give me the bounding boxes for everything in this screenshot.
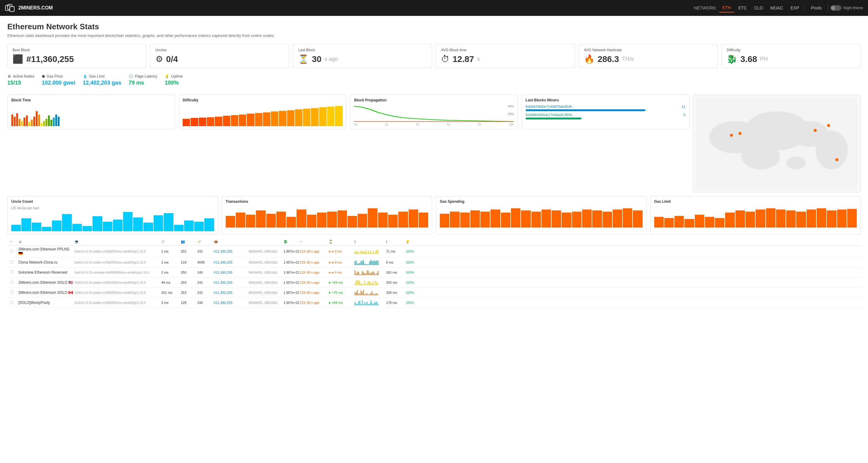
- svg-point-7: [815, 131, 847, 169]
- pending-icon: 🪐: [197, 240, 202, 243]
- row-prop: ● +84 ms: [329, 301, 353, 305]
- page-content: Ethereum Network Stats Ethereum stats da…: [0, 16, 868, 314]
- row-lat2: 0 ms: [386, 260, 404, 264]
- th-lat2: ℹ: [386, 240, 404, 244]
- row-name: 2Miners.com Ethereum SOLO 🇺🇸: [18, 280, 73, 285]
- row-num: 1.907e+22: [283, 291, 299, 295]
- row-chart: [354, 299, 385, 306]
- nav-link-exp[interactable]: EXP: [787, 4, 802, 12]
- row-peers: 128: [181, 301, 196, 305]
- row-hash: 9660d455...6862dfa2: [249, 271, 282, 274]
- row-hash: 9660d455...6862dfa2: [249, 261, 282, 264]
- row-pending: 241: [197, 281, 213, 284]
- th-pending: 🪐: [197, 240, 213, 244]
- row-ago: 129 30 s ago: [300, 271, 328, 274]
- timer-icon: ⏱: [161, 240, 165, 244]
- gas-limit-icon: 💧: [83, 74, 87, 79]
- row-version: Geth/v1.9.24-stable-cc05b050/linux-amd64…: [74, 281, 160, 284]
- row-uptime: 100%: [406, 291, 424, 295]
- th-ago: ✓: [300, 240, 328, 244]
- table-row: Clona Network-Clona.ru Geth/v1.9.24-stab…: [7, 257, 861, 268]
- svg-point-9: [786, 156, 806, 169]
- gas-limit-value: 12,402,203 gas: [83, 80, 121, 86]
- row-pending: 240: [197, 271, 213, 274]
- bulb-icon: 💡: [406, 240, 410, 243]
- page-latency-value: 79 ms: [129, 80, 157, 86]
- row-block: #11,360,255: [214, 301, 247, 305]
- nav-link-clo[interactable]: CLO: [751, 4, 766, 12]
- nav-divider: [804, 4, 805, 12]
- th-version: 💻: [74, 240, 160, 244]
- row-version: Geth/v1.9.25-unstable-6b985808/linux-amd…: [74, 271, 160, 274]
- row-block: #11,360,255: [214, 271, 247, 274]
- miners-list: 0xEA674fdDe714fd979de3EdF... 11 0x5A0b54…: [526, 105, 685, 119]
- night-theme-toggle[interactable]: Night theme: [831, 5, 863, 11]
- row-lat2: 250 ms: [386, 281, 404, 284]
- nav-link-eth[interactable]: ETH: [719, 3, 734, 12]
- peers-icon: 👥: [181, 240, 185, 243]
- chart-gas-limit: Gas Limit: [650, 196, 861, 235]
- difficulty-icon: 🐉: [726, 54, 737, 64]
- network-label: NETWORK:: [694, 5, 717, 10]
- row-name: 2Miners.com Ethereum SOLO 🇨🇦: [18, 290, 73, 295]
- row-peers: 253: [181, 291, 196, 295]
- row-uptime: 100%: [406, 301, 424, 305]
- th-num: 🐉: [283, 240, 299, 244]
- row-num: 1.907e+22: [283, 260, 299, 264]
- difficulty-value: 3.68: [740, 54, 757, 64]
- table-row: [SOLO]WoolyPooly Geth/v1.9.24-stable-cc0…: [7, 298, 861, 308]
- miner-addr-1[interactable]: 0x5A0b54D5dc17e0AadC383d...: [526, 113, 575, 117]
- row-num: 1.907e+22: [283, 281, 299, 284]
- logo[interactable]: 2MINERS.COM: [5, 4, 53, 12]
- chart-block-time: Block Time: [7, 95, 175, 129]
- row-chart: [354, 279, 385, 286]
- stat-last-block: Last Block ⏳ 30 s ago: [293, 44, 432, 68]
- row-chart: [354, 289, 385, 296]
- row-name: 2Miners.com Ethereum PPLNS 🇩🇪: [18, 247, 73, 256]
- row-hash: 9660d455...6862dfa2: [249, 301, 282, 305]
- row-version: Geth/v1.9.24-stable-cc05b050/linux-amd64…: [74, 261, 160, 264]
- row-latency: 1 ms: [161, 260, 180, 264]
- miner-addr-0[interactable]: 0xEA674fdDe714fd979de3EdF...: [526, 105, 575, 109]
- row-hash: 9660d455...6862dfa2: [249, 291, 282, 295]
- chart-gas-spending: Gas Spending: [436, 196, 647, 235]
- uncles-value: 0/4: [166, 54, 178, 64]
- transactions-bars: [226, 206, 429, 227]
- nav-link-etc[interactable]: ETC: [735, 4, 750, 12]
- stat-difficulty: Difficulty 🐉 3.68 PH: [721, 44, 861, 68]
- row-num: 1.907e+22: [283, 271, 299, 274]
- propagation-chart-area: 40% 20% 0s2s4s6s8s10s: [354, 105, 514, 126]
- th-uptime: 💡: [406, 240, 424, 244]
- row-status: [10, 270, 17, 275]
- row-block: #11,360,255: [214, 260, 247, 264]
- th-chart: ℹ: [354, 240, 385, 244]
- stat-gas-price: ⬟ Gas Price 102.000 gwei: [42, 74, 75, 86]
- th-prop: ⏳: [329, 240, 353, 244]
- miner-entry-1: 0x5A0b54D5dc17e0AadC383d... 5: [526, 113, 685, 119]
- block-time-bars: [11, 105, 171, 126]
- difficulty-bars: [183, 105, 342, 126]
- stat-uptime: 💡 Uptime 100%: [165, 74, 183, 86]
- miner-entry-0: 0xEA674fdDe714fd979de3EdF... 11: [526, 105, 685, 111]
- row-lat2: 71 ms: [386, 249, 404, 253]
- pools-link[interactable]: Pools: [807, 4, 825, 12]
- avg-block-time-value: 12.87: [453, 54, 474, 64]
- laptop-icon: 💻: [74, 240, 79, 243]
- row-pending: 4095: [197, 260, 213, 264]
- row-prop: ● +75 ms: [329, 291, 353, 295]
- navbar: 2MINERS.COM NETWORK: ETH ETC CLO MOAC EX…: [0, 0, 868, 16]
- nodes-table: ✓ 🖥 💻 ⏱ 👥 🪐 📦 🐉: [7, 238, 861, 308]
- chart-last-blocks-miners: Last Blocks Miners 0xEA674fdDe714fd979de…: [522, 95, 689, 129]
- nav-link-moac[interactable]: MOAC: [767, 4, 786, 12]
- hourglass-icon-th: ⏳: [329, 240, 333, 243]
- row-hash: 9660d455...6862dfa2: [249, 281, 282, 284]
- monitor-icon: 🖥: [7, 74, 11, 79]
- th-node: 🖥: [18, 240, 73, 244]
- row-uptime: 100%: [406, 260, 424, 264]
- hourglass-icon: ⏳: [298, 54, 309, 64]
- uptime-value: 100%: [165, 80, 183, 86]
- row-status: [10, 249, 17, 253]
- row-name: Clona Network-Clona.ru: [18, 260, 73, 265]
- hashrate-value: 286.3: [598, 54, 619, 64]
- row-pending: 241: [197, 291, 213, 295]
